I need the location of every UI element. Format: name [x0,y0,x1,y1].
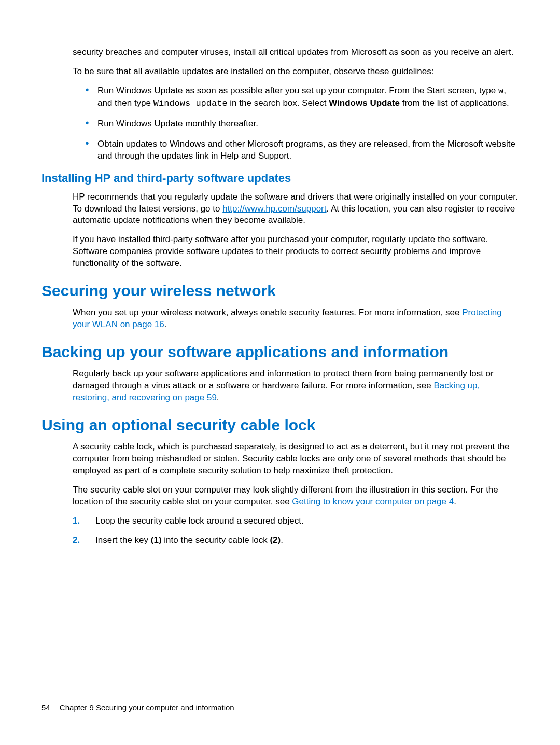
intro-para-2: To be sure that all available updates ar… [73,66,519,78]
installing-block: HP recommends that you regularly update … [73,191,519,270]
cable-steps: 1. Loop the security cable lock around a… [73,515,519,546]
cable-step-1: 1. Loop the security cable lock around a… [73,515,519,527]
text: . [217,392,219,402]
text: into the security cable lock [162,535,270,545]
installing-para-2: If you have installed third-party softwa… [73,234,519,270]
chapter-title: Chapter 9 Securing your computer and inf… [60,703,234,712]
text: When you set up your wireless network, a… [73,307,462,317]
securing-block: When you set up your wireless network, a… [73,307,519,331]
cable-para-1: A security cable lock, which is purchase… [73,441,519,477]
text: in the search box. Select [228,98,329,108]
cable-para-2: The security cable slot on your computer… [73,484,519,508]
backing-block: Regularly back up your software applicat… [73,368,519,404]
heading-cable-lock: Using an optional security cable lock [41,416,519,434]
cable-block: A security cable lock, which is purchase… [73,441,519,546]
heading-backing-up: Backing up your software applications an… [41,343,519,361]
link-know-computer[interactable]: Getting to know your computer on page 4 [292,497,454,507]
text: . [164,319,167,329]
step-number: 2. [73,535,80,546]
intro-para-1: security breaches and computer viruses, … [73,47,519,59]
intro-bullet-1: Run Windows Update as soon as possible a… [85,85,519,110]
bold-text: (2) [270,535,281,545]
intro-bullet-2: Run Windows Update monthly thereafter. [85,118,519,130]
document-page: security breaches and computer viruses, … [0,0,560,546]
text: . [281,535,283,545]
step-number: 1. [73,515,80,527]
mono-text: w [498,86,503,96]
text: Run Windows Update as soon as possible a… [97,86,498,95]
heading-installing-updates: Installing HP and third-party software u… [41,172,519,185]
intro-block: security breaches and computer viruses, … [73,47,519,162]
text: . [454,497,456,507]
mono-text: Windows update [153,99,228,108]
installing-para-1: HP recommends that you regularly update … [73,191,519,227]
text: Regularly back up your software applicat… [73,369,494,390]
text: Insert the key [95,535,151,545]
backing-para-1: Regularly back up your software applicat… [73,368,519,404]
bold-text: Windows Update [329,98,400,108]
step-text: Loop the security cable lock around a se… [95,516,304,526]
intro-bullet-list: Run Windows Update as soon as possible a… [73,85,519,162]
bold-text: (1) [151,535,162,545]
link-hp-support[interactable]: http://www.hp.com/support [222,204,326,214]
heading-securing-wireless: Securing your wireless network [41,282,519,300]
intro-bullet-3: Obtain updates to Windows and other Micr… [85,138,519,162]
page-number: 54 [41,703,50,712]
text: from the list of applications. [400,98,509,108]
securing-para-1: When you set up your wireless network, a… [73,307,519,331]
page-footer: 54 Chapter 9 Securing your computer and … [41,703,234,712]
cable-step-2: 2. Insert the key (1) into the security … [73,535,519,546]
